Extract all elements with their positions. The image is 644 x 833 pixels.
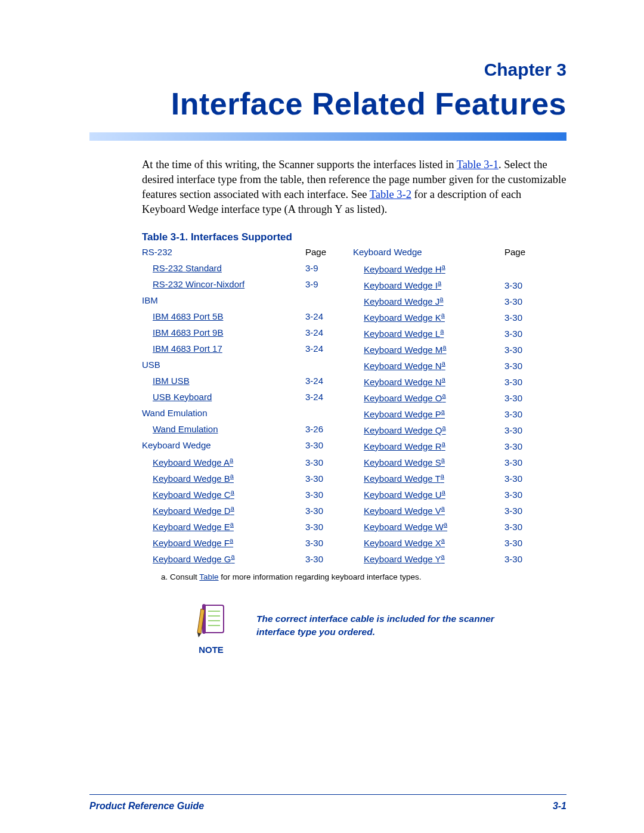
group-label: RS-232 (142, 247, 305, 257)
page-ref: 3-30 (504, 329, 538, 339)
table-row: Keyboard Wedge Ya3-30 (353, 553, 538, 569)
table-row: Keyboard Wedge Ja3-30 (353, 295, 538, 311)
interface-link[interactable]: Keyboard Wedge Ea (153, 522, 234, 532)
interface-link[interactable]: Keyboard Wedge Fa (153, 538, 233, 548)
page-ref: 3-30 (305, 554, 339, 564)
page-ref: 3-9 (305, 279, 339, 289)
interface-link[interactable]: Keyboard Wedge Na (364, 377, 445, 387)
table-row: Keyboard Wedge Da3-30 (142, 504, 339, 521)
table-row: Wand Emulation3-26 (142, 424, 339, 440)
page-ref: 3-30 (305, 473, 339, 484)
page-ref: 3-30 (504, 345, 538, 355)
interface-link[interactable]: Keyboard Wedge Oa (364, 393, 446, 403)
page-ref: 3-30 (305, 440, 339, 450)
page-ref: 3-24 (305, 376, 339, 386)
interface-link[interactable]: Keyboard Wedge Aa (153, 457, 233, 467)
interface-link[interactable]: Keyboard Wedge Wa (364, 522, 447, 532)
page-ref: 3-26 (305, 424, 339, 434)
table-row: Keyboard Wedge Va3-30 (353, 504, 538, 521)
link-table-3-2[interactable]: Table 3-2 (370, 188, 411, 200)
interface-link[interactable]: IBM 4683 Port 9B (153, 327, 223, 337)
interface-link[interactable]: Keyboard Wedge Va (364, 506, 445, 516)
table-row: Keyboard Wedge Sa3-30 (353, 456, 538, 472)
table-row: Keyboard Wedge Na3-30 (353, 360, 538, 376)
page-ref: 3-30 (305, 522, 339, 532)
table-row: Keyboard Wedge Ia3-30 (353, 279, 538, 295)
table-row: Keyboard Wedge Ga3-30 (142, 553, 339, 569)
interface-link[interactable]: Keyboard Wedge Qa (364, 425, 446, 435)
table-row: RS-232Page (142, 247, 339, 263)
interface-link[interactable]: IBM 4683 Port 5B (153, 311, 223, 321)
interfaces-right-column: Keyboard WedgePageKeyboard Wedge HaKeybo… (353, 247, 538, 569)
page-ref: 3-30 (504, 506, 538, 516)
interface-link[interactable]: Keyboard Wedge Pa (364, 409, 445, 419)
table-row: Keyboard Wedge Ta3-30 (353, 472, 538, 488)
note-icon (194, 603, 228, 640)
footnote-prefix: a. Consult (161, 572, 199, 581)
group-label: Wand Emulation (142, 408, 305, 418)
interface-link[interactable]: Keyboard Wedge Ja (364, 296, 443, 306)
interface-link[interactable]: Wand Emulation (153, 424, 218, 434)
interface-link[interactable]: Keyboard Wedge Ha (364, 264, 445, 274)
note-block: NOTE The correct interface cable is incl… (190, 603, 566, 655)
page-ref: 3-30 (504, 538, 538, 548)
footnote-suffix: for more information regarding keyboard … (219, 572, 422, 581)
footnote-link[interactable]: Table (199, 572, 218, 581)
table-row: Keyboard WedgePage (353, 247, 538, 263)
interface-link[interactable]: Keyboard Wedge Ia (364, 280, 441, 290)
page-ref: 3-30 (504, 377, 538, 387)
chapter-title: Interface Related Features (89, 86, 566, 122)
interface-link[interactable]: Keyboard Wedge Ya (364, 554, 445, 564)
table-row: Keyboard Wedge Na3-30 (353, 376, 538, 392)
interface-link[interactable]: Keyboard Wedge Ua (364, 490, 445, 500)
interface-link[interactable]: Keyboard Wedge Ra (364, 441, 445, 451)
interface-link[interactable]: IBM USB (153, 376, 190, 386)
page-ref: 3-30 (504, 296, 538, 306)
table-row: Keyboard Wedge Wa3-30 (353, 521, 538, 537)
table-row: IBM 4683 Port 173-24 (142, 343, 339, 360)
interface-link[interactable]: Keyboard Wedge Xa (364, 538, 445, 548)
table-row: Keyboard Wedge Ka3-30 (353, 311, 538, 327)
interface-link[interactable]: Keyboard Wedge La (364, 329, 444, 339)
page-ref: 3-24 (305, 327, 339, 337)
table-caption: Table 3-1. Interfaces Supported (142, 231, 566, 243)
page-ref: 3-30 (305, 457, 339, 467)
group-label: IBM (142, 295, 305, 305)
interface-link[interactable]: Keyboard Wedge Ka (364, 312, 445, 323)
interface-link[interactable]: Keyboard Wedge Ma (364, 345, 446, 355)
interfaces-table: RS-232PageRS-232 Standard3-9RS-232 Winco… (142, 247, 566, 569)
page-ref: 3-30 (504, 409, 538, 419)
interface-link[interactable]: Keyboard Wedge Ta (364, 473, 444, 484)
interface-link[interactable]: RS-232 Wincor-Nixdorf (153, 279, 244, 289)
interface-link[interactable]: USB Keyboard (153, 392, 212, 402)
interface-link[interactable]: Keyboard Wedge Na (364, 361, 445, 371)
table-row: Keyboard Wedge Ma3-30 (353, 343, 538, 360)
table-row: IBM (142, 295, 339, 311)
group-label: Keyboard Wedge (142, 440, 305, 450)
page-ref: 3-30 (504, 457, 538, 467)
table-row: RS-232 Standard3-9 (142, 263, 339, 279)
interface-link[interactable]: IBM 4683 Port 17 (153, 343, 222, 354)
interface-link[interactable]: RS-232 Standard (153, 263, 222, 273)
interface-link[interactable]: Keyboard Wedge Da (153, 506, 234, 516)
interface-link[interactable]: Keyboard Wedge Ca (153, 490, 234, 500)
page-ref: Page (305, 247, 339, 257)
page-ref: 3-30 (504, 312, 538, 323)
table-row: Keyboard Wedge3-30 (142, 440, 339, 456)
page-ref: 3-24 (305, 311, 339, 321)
table-row: IBM 4683 Port 9B3-24 (142, 327, 339, 343)
note-text: The correct interface cable is included … (256, 612, 507, 638)
interfaces-left-column: RS-232PageRS-232 Standard3-9RS-232 Winco… (142, 247, 339, 569)
table-row: Keyboard Wedge Ba3-30 (142, 472, 339, 488)
interface-link[interactable]: Keyboard Wedge Ba (153, 473, 234, 484)
page-ref: 3-30 (504, 490, 538, 500)
page-ref: 3-30 (504, 393, 538, 403)
interface-link[interactable]: Keyboard Wedge Ga (153, 554, 235, 564)
table-row: Wand Emulation (142, 408, 339, 424)
link-table-3-1[interactable]: Table 3-1 (457, 159, 499, 171)
interface-link[interactable]: Keyboard Wedge Sa (364, 457, 445, 467)
footer-rule (89, 794, 566, 795)
note-label: NOTE (199, 645, 224, 655)
table-row: Keyboard Wedge Ha (353, 263, 538, 279)
table-row: Keyboard Wedge La3-30 (353, 327, 538, 343)
